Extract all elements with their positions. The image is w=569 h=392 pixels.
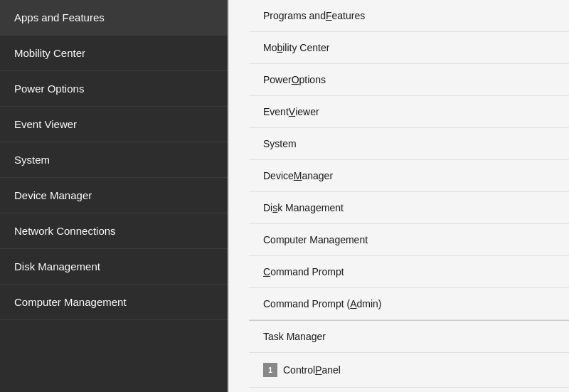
menu-item-label: Network Connections [14,225,116,237]
underline-f: F [326,10,332,21]
right-item-system[interactable]: System [249,128,569,160]
right-item-device-manager[interactable]: Device Manager [249,160,569,192]
menu-item-mobility-center[interactable]: Mobility Center [0,36,228,71]
spacer [229,0,249,392]
menu-item-power-options[interactable]: Power Options [0,71,228,107]
right-item-event-viewer[interactable]: Event Viewer [249,96,569,128]
menu-item-device-manager[interactable]: Device Manager [0,178,228,213]
underline-m: M [294,170,302,181]
bottom-section: Task Manager 1 Control Panel File Explor… [249,321,569,392]
left-menu: Apps and Features Mobility Center Power … [0,0,228,392]
right-item-programs-features[interactable]: Programs and Features [249,0,569,32]
menu-item-system[interactable]: System [0,142,228,178]
right-item-control-panel[interactable]: 1 Control Panel [249,353,569,388]
right-item-command-prompt[interactable]: Command Prompt [249,256,569,288]
right-item-file-explorer[interactable]: File Explorer [249,388,569,392]
right-item-disk-management[interactable]: Disk Management [249,192,569,224]
menu-item-network-connections[interactable]: Network Connections [0,213,228,249]
menu-item-label: Computer Management [14,296,127,308]
right-item-power-options[interactable]: Power Options [249,64,569,96]
right-menu: Programs and Features Mobility Center Po… [228,0,569,392]
menu-item-label: Disk Management [14,260,100,272]
menu-item-label: Apps and Features [14,11,105,23]
menu-item-label: Device Manager [14,189,92,201]
menu-item-label: Event Viewer [14,118,77,130]
underline-b: b [277,42,282,53]
right-item-task-manager[interactable]: Task Manager [249,321,569,353]
underline-a: A [350,298,356,309]
underline-v: V [289,106,295,117]
menu-item-apps-features[interactable]: Apps and Features [0,0,228,36]
badge-1: 1 [263,363,277,377]
right-item-computer-management[interactable]: Computer Management [249,224,569,256]
right-item-mobility-center[interactable]: Mobility Center [249,32,569,64]
underline-c: C [263,266,270,277]
right-panel-inner: Programs and Features Mobility Center Po… [249,0,569,392]
menu-item-computer-management[interactable]: Computer Management [0,285,228,320]
menu-item-label: System [14,154,50,166]
menu-item-event-viewer[interactable]: Event Viewer [0,107,228,142]
menu-item-label: Power Options [14,83,84,95]
menu-item-disk-management[interactable]: Disk Management [0,249,228,285]
right-item-command-prompt-admin[interactable]: Command Prompt (Admin) [249,288,569,320]
underline-sk-m: s [272,202,277,213]
menu-item-label: Mobility Center [14,47,85,59]
underline-p: P [315,364,321,376]
top-section: Programs and Features Mobility Center Po… [249,0,569,321]
underline-o: O [292,74,299,85]
